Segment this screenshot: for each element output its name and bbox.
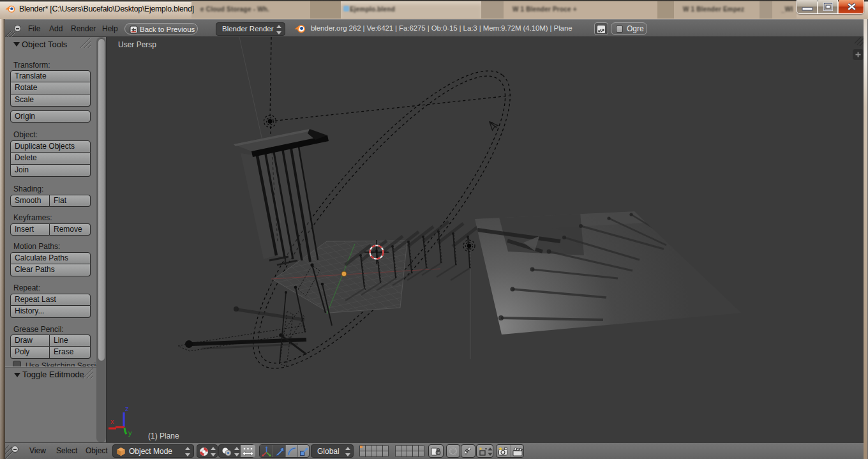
svg-text:z: z (125, 405, 129, 412)
svg-text:y: y (128, 429, 132, 437)
svg-text:(1) Plane: (1) Plane (148, 432, 179, 440)
svg-text:x: x (110, 418, 114, 425)
svg-text:User Persp: User Persp (118, 40, 156, 49)
